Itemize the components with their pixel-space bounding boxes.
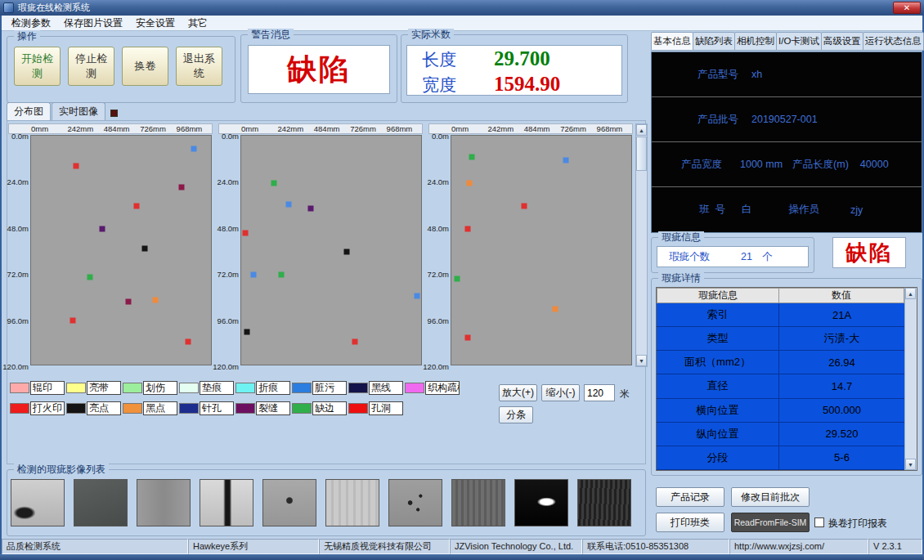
defect-thumbnail-9[interactable] (514, 479, 568, 526)
detail-col-attribute: 瑕疵信息 (657, 288, 779, 303)
y-tick: 120.0m (213, 362, 239, 371)
legend-item: 打火印 (10, 401, 65, 415)
defect-point[interactable] (414, 293, 419, 299)
menu-item-2[interactable]: 保存图片设置 (57, 16, 129, 31)
x-tick: 484mm (104, 124, 130, 133)
op-button-2[interactable]: 停止检测 (68, 47, 114, 86)
detail-scroll-down-icon[interactable]: ▼ (905, 459, 916, 470)
split-button[interactable]: 分条 (499, 406, 533, 423)
print-on-roll-change-checkbox[interactable] (814, 517, 824, 527)
detail-row: 面积（mm2）26.94 (657, 351, 904, 374)
range-input[interactable] (584, 384, 615, 401)
y-tick: 48.0m (7, 224, 29, 233)
defect-thumbnail-1[interactable] (11, 479, 65, 526)
detail-scroll-up-icon[interactable]: ▲ (905, 288, 916, 299)
defect-point[interactable] (352, 339, 357, 345)
defect-point[interactable] (73, 164, 78, 169)
menu-item-3[interactable]: 安全设置 (129, 16, 182, 31)
defect-point[interactable] (271, 181, 276, 186)
defect-point[interactable] (125, 299, 131, 305)
defect-point[interactable] (286, 202, 292, 208)
defect-thumbnail-10[interactable] (577, 479, 631, 526)
defect-point[interactable] (141, 245, 147, 251)
defect-point[interactable] (186, 339, 191, 345)
view-tab-1[interactable]: 分布图 (7, 102, 51, 121)
detail-scrollbar[interactable]: ▲ ▼ (904, 288, 917, 470)
defect-point[interactable] (87, 274, 93, 280)
x-tick: 968mm (387, 124, 413, 133)
defect-point[interactable] (70, 318, 75, 324)
defect-point[interactable] (191, 146, 197, 152)
view-tab-2[interactable]: 实时图像 (52, 102, 105, 121)
info-tab-4[interactable]: I/O卡测试 (776, 32, 822, 51)
plot-vertical-scrollbar[interactable]: ▲ ▼ (635, 123, 648, 367)
detail-attribute: 横向位置 (657, 399, 779, 423)
defect-thumbnail-7[interactable] (388, 479, 442, 526)
legend-item: 缺边 (292, 401, 347, 415)
status-segment-2: Hawkeye系列 (188, 539, 319, 554)
defect-detail-group-label: 瑕疵详情 (658, 272, 704, 284)
defect-point[interactable] (455, 276, 460, 282)
defect-count-value: 21 (741, 251, 752, 262)
scroll-down-icon[interactable]: ▼ (636, 355, 647, 366)
defect-thumbnail-2[interactable] (74, 479, 128, 526)
product-model-value: xh (751, 69, 762, 80)
y-tick: 96.0m (7, 316, 29, 325)
close-icon: ✕ (904, 3, 910, 12)
defect-point[interactable] (563, 158, 569, 164)
legend-color-swatch (123, 403, 142, 414)
defect-point[interactable] (553, 307, 558, 312)
info-tab-3[interactable]: 相机控制 (734, 32, 777, 51)
status-segment-7: V 2.3.1 (868, 539, 922, 554)
defect-thumbnail-5[interactable] (262, 479, 316, 526)
x-tick: 484mm (524, 124, 550, 133)
info-tab-6[interactable]: 运行状态信息 (863, 32, 924, 51)
product-info-panel: 产品型号 xh 产品批号 20190527-001 产品宽度 1000 mm 产… (651, 52, 922, 233)
defect-point[interactable] (464, 335, 470, 341)
defect-alert-panel: 缺陷 (832, 237, 906, 268)
defect-point[interactable] (153, 297, 159, 302)
defect-point[interactable] (243, 231, 249, 236)
scroll-up-icon[interactable]: ▲ (636, 124, 647, 136)
close-button[interactable]: ✕ (893, 2, 921, 14)
plot-scrollbar-thumb[interactable] (636, 137, 647, 171)
legend-label: 缺边 (312, 401, 347, 415)
defect-thumbnail-3[interactable] (137, 479, 191, 526)
print-report-button[interactable]: 打印班类 (656, 513, 724, 532)
zoom-out-button[interactable]: 缩小(-) (541, 384, 580, 401)
info-tab-2[interactable]: 缺陷列表 (693, 32, 735, 51)
defect-point[interactable] (466, 181, 472, 186)
defect-point[interactable] (250, 272, 256, 278)
modify-batch-button[interactable]: 修改目前批次 (731, 487, 810, 507)
defect-point[interactable] (522, 204, 527, 209)
print-on-roll-change-label: 换卷打印报表 (828, 517, 887, 531)
defect-point[interactable] (133, 204, 139, 209)
defect-point[interactable] (343, 249, 349, 255)
app-icon (3, 2, 14, 13)
defect-point[interactable] (100, 226, 105, 232)
shift-label: 班 号 (699, 203, 725, 217)
plot-panel-3: 0mm242mm484mm726mm968mm1210mm0.0m24.0m48… (428, 123, 633, 369)
defect-point[interactable] (278, 272, 284, 278)
defect-point[interactable] (469, 154, 474, 159)
zoom-in-button[interactable]: 放大(+) (499, 384, 537, 401)
defect-thumbnail-8[interactable] (451, 479, 505, 526)
product-record-button[interactable]: 产品记录 (656, 487, 724, 507)
read-from-file-button[interactable]: ReadFromFile-SIM (731, 513, 810, 532)
defect-thumbnail-6[interactable] (325, 479, 379, 526)
op-button-4[interactable]: 退出系统 (176, 47, 222, 86)
op-button-1[interactable]: 开始检测 (14, 47, 61, 86)
defect-point[interactable] (179, 185, 185, 190)
defect-point[interactable] (244, 329, 249, 335)
op-button-3[interactable]: 换卷 (122, 47, 168, 86)
menu-item-1[interactable]: 检测参数 (5, 16, 57, 31)
legend-row-2: 打火印亮点黑点针孔裂缝缺边孔洞 (10, 401, 497, 415)
defect-thumbnail-4[interactable] (200, 479, 253, 526)
legend-label: 亮点 (87, 401, 121, 415)
info-tab-5[interactable]: 高级设置 (821, 32, 863, 51)
menu-item-4[interactable]: 其它 (182, 16, 214, 31)
info-tab-1[interactable]: 基本信息 (651, 32, 693, 51)
defect-info-group-label: 瑕疵信息 (658, 231, 704, 243)
defect-point[interactable] (464, 226, 470, 232)
defect-point[interactable] (308, 205, 314, 211)
